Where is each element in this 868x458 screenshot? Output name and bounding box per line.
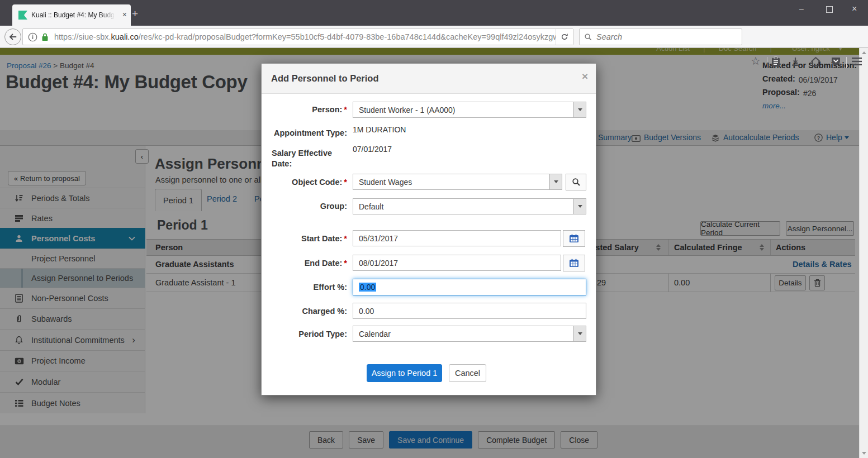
screen: Action List|Doc Search|User: nglick ▾ Pr… — [0, 0, 868, 458]
charged-input[interactable]: 0.00 — [353, 303, 586, 319]
person-label: Person:* — [262, 105, 347, 114]
hamburger-menu-icon[interactable] — [851, 56, 862, 66]
salary-effective-date-label: Salary Effective Date: — [272, 148, 339, 169]
chevron-down-icon — [549, 174, 562, 189]
start-date-input[interactable]: 05/31/2017 — [353, 230, 561, 246]
url-bar[interactable]: https://siue-sbx.kuali.co/res/kc-pd-krad… — [22, 28, 573, 45]
info-icon[interactable] — [28, 32, 37, 42]
period-type-label: Period Type: — [262, 330, 347, 338]
download-icon[interactable] — [790, 56, 800, 68]
tab-close-icon[interactable]: × — [122, 10, 127, 19]
effort-label: Effort %: — [262, 283, 347, 292]
bookmark-star-icon[interactable]: ☆ — [751, 54, 761, 68]
close-icon[interactable]: × — [582, 70, 588, 83]
group-select[interactable]: Default — [353, 198, 586, 214]
window-maximize-button[interactable] — [826, 6, 833, 13]
reload-button[interactable] — [556, 29, 573, 45]
back-arrow-icon — [8, 32, 17, 41]
search-placeholder: Search — [596, 32, 622, 41]
start-date-calendar-button[interactable] — [563, 230, 585, 247]
back-button[interactable] — [4, 28, 21, 45]
appointment-type-label: Appointment Type: — [262, 128, 347, 137]
appointment-type-value: 1M DURATION — [353, 125, 406, 134]
start-date-label: Start Date:* — [262, 234, 347, 243]
calendar-icon — [569, 234, 579, 243]
period-type-select[interactable]: Calendar — [353, 326, 586, 342]
add-personnel-modal: Add Personnel to Period × Person:* Stude… — [261, 63, 596, 395]
clipboard-icon[interactable] — [771, 56, 781, 68]
assign-to-period-button[interactable]: Assign to Period 1 — [367, 364, 442, 382]
search-icon — [584, 33, 592, 41]
cancel-button[interactable]: Cancel — [449, 364, 486, 382]
modal-header: Add Personnel to Period × — [262, 64, 596, 94]
object-code-search-button[interactable] — [566, 174, 586, 190]
new-tab-button[interactable]: + — [132, 8, 138, 20]
scroll-up-arrow[interactable] — [862, 51, 866, 54]
end-date-input[interactable]: 08/01/2017 — [353, 255, 561, 271]
vertical-scrollbar[interactable] — [859, 48, 868, 458]
kuali-logo-icon — [18, 11, 27, 20]
lock-icon[interactable] — [41, 33, 49, 41]
window-close-button[interactable]: × — [852, 4, 857, 14]
person-select[interactable]: Student Worker - 1 (AA000) — [353, 102, 586, 118]
charged-label: Charged %: — [262, 307, 347, 316]
url-text: https://siue-sbx.kuali.co/res/kc-pd-krad… — [54, 32, 563, 41]
modal-title: Add Personnel to Period — [271, 73, 379, 84]
browser-tab[interactable]: Kuali :: Budget #4: My Budg × — [12, 4, 131, 26]
effort-input[interactable]: 0.00 — [353, 279, 586, 295]
home-icon[interactable] — [810, 56, 821, 67]
tab-title: Kuali :: Budget #4: My Budg — [31, 11, 115, 19]
window-minimize-button[interactable]: – — [799, 4, 804, 13]
chevron-down-icon — [573, 102, 586, 117]
search-bar[interactable]: Search — [579, 28, 742, 45]
end-date-label: End Date:* — [262, 259, 347, 268]
selected-text: 0.00 — [359, 283, 376, 292]
browser-navbar: https://siue-sbx.kuali.co/res/kc-pd-krad… — [0, 26, 868, 48]
end-date-calendar-button[interactable] — [563, 255, 585, 271]
chevron-down-icon — [573, 199, 586, 214]
search-icon — [572, 178, 581, 187]
object-code-select[interactable]: Student Wages — [353, 174, 562, 190]
pocket-icon[interactable] — [831, 56, 841, 66]
chevron-down-icon — [573, 326, 586, 341]
salary-effective-date-value: 07/01/2017 — [353, 145, 392, 154]
scroll-down-arrow[interactable] — [862, 452, 866, 455]
object-code-label: Object Code:* — [262, 178, 347, 187]
group-label: Group: — [262, 202, 347, 211]
calendar-icon — [569, 259, 579, 268]
